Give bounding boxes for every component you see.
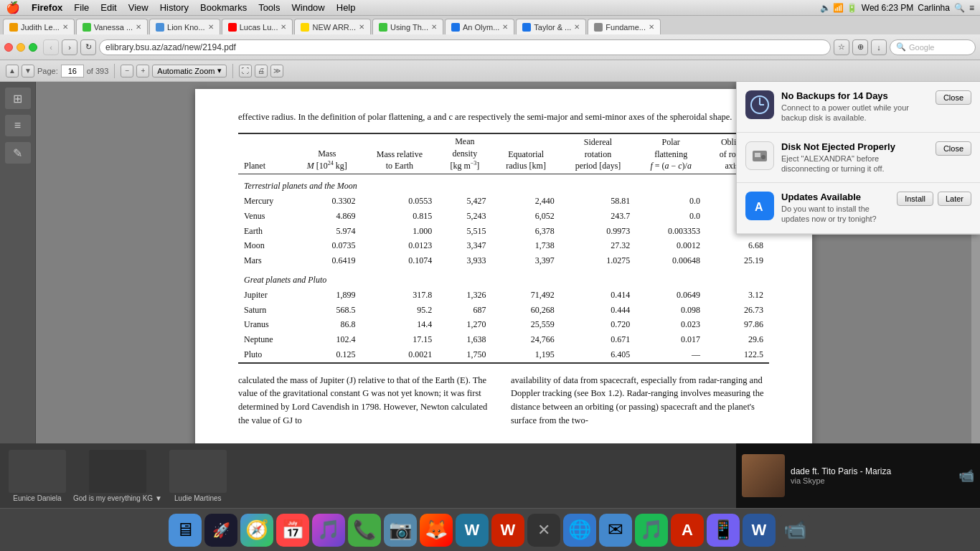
close-button[interactable]: [4, 43, 13, 52]
chevron-down-icon: ▾: [217, 66, 222, 75]
updates-body: Updates Available Do you want to install…: [781, 192, 890, 225]
table-row: Moon0.07350.01233,3471,73827.320.00126.6…: [238, 238, 769, 253]
menubar-list-icon[interactable]: ≡: [969, 3, 974, 13]
tab-lion[interactable]: Lion Kno... ✕: [149, 19, 220, 34]
more-button[interactable]: ≫: [270, 65, 283, 77]
menubar: 🍎 Firefox File Edit View History Bookmar…: [0, 0, 980, 16]
svg-text:A: A: [755, 201, 763, 213]
music-subtitle: via Skype: [791, 476, 953, 485]
col-sid-rot: Siderealrotationperiod [days]: [560, 133, 636, 174]
music-video-icon[interactable]: 📹: [958, 468, 974, 484]
print-button[interactable]: 🖨: [255, 65, 268, 77]
dock-viber[interactable]: 📱: [707, 514, 740, 547]
table-section-header: Great planets and Pluto: [238, 268, 769, 288]
dock-wordpress[interactable]: W: [456, 514, 489, 547]
menu-view[interactable]: View: [123, 2, 154, 13]
separator2: [232, 64, 233, 78]
dock-word[interactable]: W: [743, 514, 776, 547]
menu-history[interactable]: History: [154, 2, 194, 13]
tab-bar: Judith Le... ✕ Vanessa ... ✕ Lion Kno...…: [0, 16, 980, 34]
table-section-header: Terrestrial planets and the Moon: [238, 174, 769, 194]
bottom-thumb-3[interactable]: Ludie Martines: [166, 450, 230, 502]
menubar-search-icon[interactable]: 🔍: [954, 3, 965, 13]
dock-iphoto[interactable]: 📷: [384, 514, 417, 547]
updates-install-button[interactable]: Install: [897, 192, 933, 206]
browser: Judith Le... ✕ Vanessa ... ✕ Lion Kno...…: [0, 16, 980, 551]
table-row: Jupiter1,899317.81,32671,4920.4140.06493…: [238, 288, 769, 303]
dock-itunes[interactable]: 🎵: [312, 514, 345, 547]
dock-calendar[interactable]: 📅: [276, 514, 309, 547]
dock-wps[interactable]: W: [491, 514, 524, 547]
dock-x[interactable]: ✕: [527, 514, 560, 547]
scroll-up-button[interactable]: ▲: [6, 65, 19, 77]
dock-launchpad[interactable]: 🚀: [204, 514, 237, 547]
bottom-thumb-1[interactable]: Eunice Daniela: [6, 450, 69, 502]
table-row: Saturn568.595.268760,2680.4440.09826.73: [238, 303, 769, 318]
dock-video[interactable]: 📹: [778, 514, 811, 547]
apple-menu[interactable]: 🍎: [0, 1, 26, 14]
disk-close-button[interactable]: Close: [936, 141, 971, 156]
tab-lucas[interactable]: Lucas Lu... ✕: [222, 19, 293, 34]
content-area: ⊞ ≡ ✎ effective radius. In the definitio…: [0, 82, 980, 443]
tab-judith[interactable]: Judith Le... ✕: [3, 19, 75, 34]
menu-tools[interactable]: Tools: [253, 2, 286, 13]
dock-finder[interactable]: 🖥: [169, 514, 202, 547]
updates-actions: Install Later: [897, 192, 971, 206]
col-density: Meandensity[kg m−3]: [438, 133, 491, 174]
bookmark-button[interactable]: ☆: [834, 39, 849, 55]
reload-button[interactable]: ↻: [80, 39, 96, 55]
pdf-col2: availability of data from spacecraft, es…: [511, 374, 769, 428]
download-button[interactable]: ↓: [871, 39, 887, 55]
tab-taylor[interactable]: Taylor & ... ✕: [516, 19, 586, 34]
dock-spotify[interactable]: 🎵: [635, 514, 668, 547]
menu-help[interactable]: Help: [331, 2, 362, 13]
tab-fundame[interactable]: Fundame... ✕: [588, 19, 661, 34]
app-name[interactable]: Firefox: [26, 2, 68, 13]
pdf-col1: calculated the mass of Jupiter (J) relat…: [238, 374, 496, 428]
bottom-thumb-2[interactable]: God is my everything KG ▼: [73, 450, 162, 502]
updates-later-button[interactable]: Later: [938, 192, 971, 206]
sidebar-outline-icon[interactable]: ≡: [5, 115, 31, 136]
zoom-selector[interactable]: Automatic Zoom ▾: [152, 65, 227, 77]
dock-browser[interactable]: 🌐: [563, 514, 596, 547]
dock-acrobat[interactable]: A: [671, 514, 704, 547]
music-info: dade ft. Tito Paris - Mariza via Skype: [791, 466, 953, 485]
scroll-down-button[interactable]: ▼: [22, 65, 34, 77]
backup-close-button[interactable]: Close: [936, 90, 971, 105]
bottom-bar: Eunice Daniela God is my everything KG ▼…: [0, 443, 980, 508]
pdf-page: effective radius. In the definition of p…: [195, 89, 812, 443]
forward-button[interactable]: ›: [62, 39, 77, 55]
col-pol-flat: Polarflatteningf = (a − c)/a: [636, 133, 706, 174]
table-row: Uranus86.814.41,27025,5590.7200.02397.86: [238, 317, 769, 332]
minimize-button[interactable]: [17, 43, 25, 52]
dock-facetime[interactable]: 📞: [348, 514, 381, 547]
tab-newarr[interactable]: NEW ARR... ✕: [294, 19, 371, 34]
menu-edit[interactable]: Edit: [95, 2, 122, 13]
zoom-in-button[interactable]: +: [136, 65, 149, 77]
updates-title: Updates Available: [781, 192, 890, 202]
tab-olym[interactable]: An Olym... ✕: [445, 19, 514, 34]
dock-firefox[interactable]: 🦊: [420, 514, 453, 547]
dock-mail[interactable]: ✉: [599, 514, 632, 547]
page-number-input[interactable]: 16: [61, 65, 84, 77]
tab-vanessa[interactable]: Vanessa ... ✕: [76, 19, 148, 34]
menubar-user: Carlinha: [918, 3, 950, 13]
fullscreen-button[interactable]: ⛶: [239, 65, 252, 77]
url-bar[interactable]: elibrary.bsu.az/azad/new/2194.pdf: [99, 39, 831, 55]
tab-using[interactable]: Using Th... ✕: [372, 19, 443, 34]
sidebar-annotation-icon[interactable]: ✎: [5, 142, 31, 164]
notification-disk: Disk Not Ejected Properly Eject "ALEXAND…: [737, 133, 980, 184]
maximize-button[interactable]: [29, 43, 37, 52]
menu-window[interactable]: Window: [286, 2, 331, 13]
back-button[interactable]: ‹: [43, 39, 59, 55]
history-button[interactable]: ⊕: [852, 39, 868, 55]
dock-safari[interactable]: 🧭: [240, 514, 273, 547]
disk-title: Disk Not Ejected Properly: [781, 141, 928, 152]
menu-file[interactable]: File: [68, 2, 95, 13]
search-input[interactable]: Google: [909, 43, 934, 52]
zoom-out-button[interactable]: −: [121, 65, 133, 77]
url-text: elibrary.bsu.az/azad/new/2194.pdf: [105, 42, 824, 52]
sidebar-thumbnail-icon[interactable]: ⊞: [5, 88, 31, 109]
menu-bookmarks[interactable]: Bookmarks: [194, 2, 253, 13]
menubar-right: 🔈 📶 🔋 Wed 6:23 PM Carlinha 🔍 ≡: [820, 3, 980, 13]
